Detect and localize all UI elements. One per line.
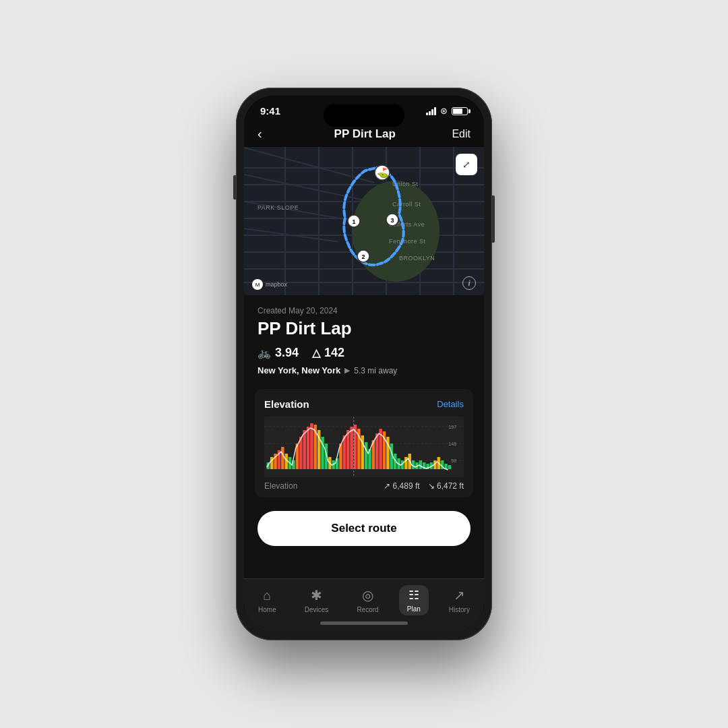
route-name: PP Dirt Lap: [257, 318, 471, 339]
svg-rect-57: [419, 460, 422, 469]
chart-svg: 197 148 98: [264, 417, 464, 477]
home-icon: ⌂: [263, 588, 271, 603]
elevation-ascent: ↗ 6,489 ft: [384, 481, 419, 491]
back-button[interactable]: ‹: [257, 126, 278, 142]
tab-devices-label: Devices: [305, 606, 329, 613]
select-route-button[interactable]: Select route: [257, 511, 471, 546]
mapbox-watermark: M mapbox: [252, 279, 287, 290]
plan-icon: ☷: [408, 588, 419, 603]
tab-plan[interactable]: ☷ Plan: [399, 585, 429, 615]
select-route-container: Select route: [244, 506, 484, 557]
route-overlay: 1 2 3 ⛳: [244, 147, 484, 295]
svg-rect-45: [375, 433, 378, 469]
route-location: New York, New York ▶ 5.3 mi away: [257, 365, 471, 375]
edit-button[interactable]: Edit: [452, 128, 471, 140]
tab-devices[interactable]: ✱ Devices: [297, 584, 337, 616]
svg-text:98: 98: [451, 458, 456, 464]
tab-home-label: Home: [258, 606, 276, 613]
elevation-chart: 197 148 98: [264, 417, 464, 477]
elevation-values: ↗ 6,489 ft ↘ 6,472 ft: [384, 481, 464, 491]
route-info: Created May 20, 2024 PP Dirt Lap 🚲 3.94 …: [244, 295, 484, 384]
elevation-details-link[interactable]: Details: [437, 399, 464, 409]
wifi-icon: ⊛: [440, 106, 448, 116]
svg-rect-26: [307, 427, 309, 469]
elevation-footer-label: Elevation: [264, 481, 297, 491]
bluetooth-icon: ✱: [311, 587, 322, 603]
history-icon: ↗: [454, 587, 465, 603]
elevation-value: 142: [324, 346, 344, 360]
battery-icon: [452, 107, 468, 115]
map-expand-button[interactable]: ⤢: [456, 154, 477, 175]
location-arrow-icon: ▶: [344, 366, 350, 375]
elevation-footer: Elevation ↗ 6,489 ft ↘ 6,472 ft: [264, 481, 464, 491]
tab-home[interactable]: ⌂ Home: [250, 585, 284, 616]
record-icon: ◎: [362, 587, 373, 603]
svg-rect-38: [350, 427, 353, 469]
created-date: Created May 20, 2024: [257, 306, 471, 315]
content-area: Created May 20, 2024 PP Dirt Lap 🚲 3.94 …: [244, 295, 484, 578]
location-distance: 5.3 mi away: [354, 366, 397, 375]
svg-rect-65: [448, 465, 451, 469]
svg-text:148: 148: [448, 441, 456, 447]
svg-text:1: 1: [352, 218, 355, 225]
route-stats: 🚲 3.94 △ 142: [257, 346, 471, 360]
svg-rect-25: [303, 430, 305, 469]
svg-text:⛳: ⛳: [377, 167, 389, 179]
svg-rect-27: [310, 423, 313, 469]
svg-rect-37: [346, 430, 349, 469]
elevation-section: Elevation Details 197 148: [255, 389, 473, 497]
phone-screen: 9:41 ⊛ ‹ PP Dirt Lap Edit: [244, 96, 484, 632]
elevation-header: Elevation Details: [264, 398, 464, 410]
map-info-button[interactable]: i: [462, 276, 476, 290]
map-container[interactable]: PARK SLOPE BROOKLYN Union St Carroll St …: [244, 147, 484, 295]
distance-stat: 🚲 3.94: [257, 346, 299, 360]
signal-icon: [426, 107, 436, 115]
svg-text:3: 3: [390, 217, 394, 224]
tab-record-label: Record: [357, 606, 378, 613]
elevation-title: Elevation: [264, 398, 309, 410]
tab-record[interactable]: ◎ Record: [348, 584, 386, 616]
status-time: 9:41: [260, 105, 280, 117]
phone-frame: 9:41 ⊛ ‹ PP Dirt Lap Edit: [236, 88, 492, 640]
home-bar: [320, 621, 408, 625]
tab-bar: ⌂ Home ✱ Devices ◎ Record ☷ Plan ↗ His: [244, 578, 484, 632]
nav-title: PP Dirt Lap: [334, 127, 396, 141]
triangle-icon: △: [312, 346, 320, 359]
tab-history-label: History: [449, 606, 470, 613]
svg-rect-55: [412, 460, 415, 469]
svg-rect-36: [343, 435, 346, 469]
map-background: PARK SLOPE BROOKLYN Union St Carroll St …: [244, 147, 484, 295]
mapbox-label: mapbox: [266, 281, 287, 288]
tab-plan-label: Plan: [407, 605, 421, 613]
status-icons: ⊛: [426, 106, 468, 116]
bike-icon: 🚲: [257, 346, 271, 359]
svg-text:2: 2: [361, 253, 365, 260]
distance-value: 3.94: [275, 346, 299, 360]
svg-rect-19: [281, 447, 284, 469]
svg-rect-42: [365, 442, 367, 469]
elevation-descent: ↘ 6,472 ft: [428, 481, 464, 491]
tab-items: ⌂ Home ✱ Devices ◎ Record ☷ Plan ↗ His: [244, 584, 484, 616]
home-indicator: [244, 616, 484, 630]
location-name: New York, New York: [257, 365, 340, 375]
elevation-stat: △ 142: [312, 346, 344, 360]
tab-history[interactable]: ↗ History: [441, 584, 478, 616]
dynamic-island: [324, 104, 404, 127]
svg-text:197: 197: [448, 424, 456, 430]
